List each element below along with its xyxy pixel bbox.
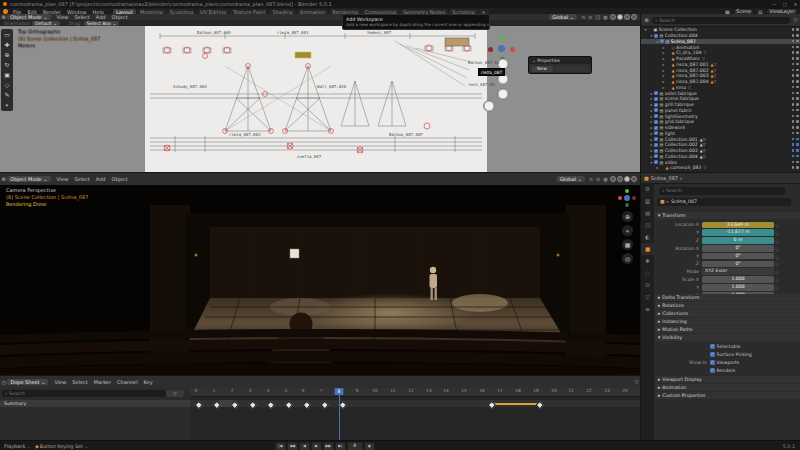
collection-checkbox[interactable]: ✓: [654, 34, 658, 38]
hide-eye-icon[interactable]: [792, 51, 795, 54]
collection-checkbox[interactable]: ✓: [654, 143, 658, 147]
section-visibility[interactable]: ▾Visibility: [655, 334, 800, 341]
3d-viewport[interactable]: ⊞ Object Mode ⌄ ViewSelectAddObject Glob…: [0, 172, 640, 376]
collection-checkbox[interactable]: ✓: [654, 97, 658, 101]
hide-eye-icon[interactable]: [792, 46, 795, 49]
editor-mode-selector[interactable]: Dope Sheet ⌄: [7, 379, 48, 385]
value-field[interactable]: 23.649 m: [702, 222, 774, 229]
hide-eye-icon[interactable]: [792, 109, 795, 112]
minimize-button[interactable]: —: [770, 2, 779, 7]
hide-eye-icon[interactable]: [792, 80, 795, 83]
render-camera-icon[interactable]: [796, 63, 799, 66]
hide-eye-icon[interactable]: [792, 28, 795, 31]
lock-icon[interactable]: ○: [774, 238, 780, 243]
overlay-toggle-icon[interactable]: ◍: [602, 176, 609, 182]
current-frame-label[interactable]: 8: [335, 388, 344, 395]
collection-checkbox[interactable]: ✓: [654, 131, 658, 135]
hide-eye-icon[interactable]: [792, 126, 795, 129]
hide-eye-icon[interactable]: [792, 138, 795, 141]
section-viewport-display[interactable]: ▸Viewport Display: [655, 376, 800, 383]
render-camera-icon[interactable]: [796, 34, 799, 37]
hide-eye-icon[interactable]: [792, 40, 795, 43]
hide-eye-icon[interactable]: [792, 74, 795, 77]
tool-button[interactable]: ✚: [1, 40, 13, 50]
properties-tab[interactable]: ▥: [641, 195, 654, 207]
properties-tab[interactable]: ◳: [641, 219, 654, 231]
hide-eye-icon[interactable]: [792, 34, 795, 37]
section-instancing[interactable]: ▸Instancing: [655, 318, 800, 325]
menu-item[interactable]: Select: [71, 176, 92, 182]
expand-chevron-icon[interactable]: ▸: [661, 73, 666, 78]
hide-eye-icon[interactable]: [792, 69, 795, 72]
keying-set-selector[interactable]: Button Keying Set ⌄: [40, 444, 89, 449]
menu-item[interactable]: Key: [141, 379, 156, 385]
editor-type-icon[interactable]: ⊞: [643, 17, 650, 23]
collection-checkbox[interactable]: ✓: [654, 91, 658, 95]
collection-checkbox[interactable]: ✓: [654, 160, 658, 164]
lock-icon[interactable]: ○: [774, 285, 780, 290]
axis-gizmo[interactable]: [618, 189, 636, 207]
properties-search-input[interactable]: ⌕ Search: [659, 187, 785, 195]
hide-eye-icon[interactable]: [792, 92, 795, 95]
menu-item[interactable]: Object: [109, 176, 131, 182]
render-camera-icon[interactable]: [796, 115, 799, 118]
playback-button[interactable]: |◀: [275, 442, 286, 450]
value-field[interactable]: XYZ Euler: [702, 268, 774, 275]
perspective-toggle-icon[interactable]: ◎: [622, 253, 633, 264]
properties-tab[interactable]: ▤: [641, 207, 654, 219]
tool-button[interactable]: ⌖: [1, 100, 13, 110]
render-camera-icon[interactable]: [796, 74, 799, 77]
keyframe-region[interactable]: 012345679101112131415161718192021222324 …: [190, 388, 640, 441]
section-animation[interactable]: ▸Animation: [655, 384, 800, 391]
section-custom-properties[interactable]: ▸Custom Properties: [655, 392, 800, 399]
render-camera-icon[interactable]: [796, 57, 799, 60]
section-relations[interactable]: ▸Relations: [655, 302, 800, 309]
playback-button[interactable]: ▶: [311, 442, 322, 450]
hide-eye-icon[interactable]: [792, 161, 795, 164]
lock-icon[interactable]: ○: [774, 261, 780, 266]
collection-checkbox[interactable]: ✓: [654, 126, 658, 130]
render-camera-icon[interactable]: [796, 103, 799, 106]
render-camera-icon[interactable]: [796, 109, 799, 112]
current-frame-field[interactable]: 8: [347, 442, 363, 450]
editor-type-icon[interactable]: ◷: [0, 379, 7, 385]
viewports-checkbox[interactable]: ✓: [710, 360, 715, 365]
menu-item[interactable]: Marker: [91, 379, 114, 385]
expand-chevron-icon[interactable]: ▸: [661, 68, 666, 73]
playhead[interactable]: [339, 388, 340, 441]
outliner-row[interactable]: ▸ ✓ ▲ camera5_083 ▽: [641, 165, 800, 171]
value-field[interactable]: 0°: [702, 253, 774, 260]
hide-eye-icon[interactable]: [792, 115, 795, 118]
collection-checkbox[interactable]: ✓: [654, 154, 658, 158]
properties-tab[interactable]: ⚙: [641, 183, 654, 195]
render-camera-icon[interactable]: [796, 161, 799, 164]
popover-field[interactable]: [555, 66, 589, 72]
lock-icon[interactable]: ○: [774, 222, 780, 227]
playback-button[interactable]: ▶▶: [323, 442, 334, 450]
renders-checkbox[interactable]: ✓: [710, 368, 715, 373]
render-camera-icon[interactable]: [796, 51, 799, 54]
dope-search-input[interactable]: ⌕ Search: [2, 390, 166, 397]
menu-item[interactable]: View: [51, 379, 69, 385]
render-camera-icon[interactable]: [796, 28, 799, 31]
collection-checkbox[interactable]: ✓: [654, 114, 658, 118]
value-field[interactable]: 1.000: [702, 284, 774, 291]
hide-eye-icon[interactable]: [792, 143, 795, 146]
lock-icon[interactable]: ○: [774, 277, 780, 282]
hide-eye-icon[interactable]: [792, 155, 795, 158]
section-motion-paths[interactable]: ▸Motion Paths: [655, 326, 800, 333]
filter-icon[interactable]: ▽: [633, 379, 640, 385]
orientation-default-dropdown[interactable]: Default ⌄: [32, 21, 60, 26]
hide-eye-icon[interactable]: [792, 57, 795, 60]
object-name-field[interactable]: ■ ▸ Scéna_087: [657, 198, 791, 206]
orientation-selector[interactable]: Global ⌄: [557, 176, 585, 182]
render-camera-icon[interactable]: [796, 69, 799, 72]
hide-eye-icon[interactable]: [792, 63, 795, 66]
expand-chevron-icon[interactable]: ▾: [643, 27, 648, 32]
expand-chevron-icon[interactable]: ▸: [661, 50, 666, 55]
render-camera-icon[interactable]: [796, 149, 799, 152]
menu-item[interactable]: Channel: [114, 379, 141, 385]
hide-eye-icon[interactable]: [792, 97, 795, 100]
timeline-ruler[interactable]: 012345679101112131415161718192021222324: [190, 388, 640, 397]
hide-eye-icon[interactable]: [792, 86, 795, 89]
